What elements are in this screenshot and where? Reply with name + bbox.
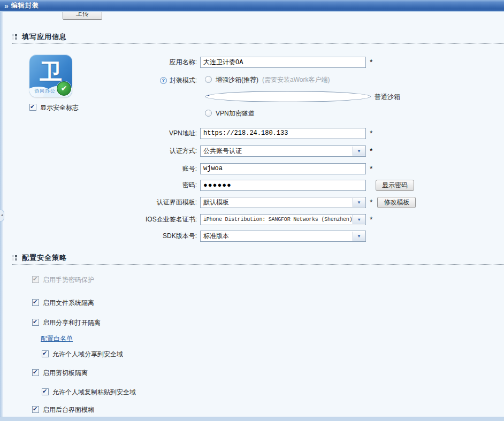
clipboard-isolation-checkbox[interactable] (32, 369, 39, 376)
file-isolation-label: 启用文件系统隔离 (43, 299, 94, 307)
gesture-password-label: 启用手势密码保护 (43, 276, 94, 284)
auth-mode-value: 公共账号认证 (203, 147, 242, 155)
auth-mode-label: 认证方式: (0, 147, 200, 156)
allow-personal-paste-label: 允许个人域复制粘贴到安全域 (52, 388, 136, 396)
package-mode-label: 封装模式: (170, 76, 197, 85)
section-grid-icon (12, 34, 18, 40)
modify-template-button[interactable]: 修改模板 (377, 197, 416, 208)
share-open-isolation-label: 启用分享和打开隔离 (43, 319, 101, 326)
file-isolation-checkbox[interactable] (32, 299, 39, 306)
configure-whitelist-link[interactable]: 配置白名单 (41, 334, 73, 343)
ios-cert-select[interactable]: iPhone Distribution: SANGFOR Networks (S… (200, 214, 366, 225)
show-security-badge-label: 显示安全标志 (40, 104, 79, 111)
app-name-input[interactable] (200, 57, 366, 68)
show-password-button[interactable]: 显示密码 (376, 180, 414, 191)
auth-template-value: 默认模板 (203, 198, 229, 206)
sdk-version-select[interactable]: 标准版本 ▼ (200, 231, 366, 242)
clipboard-isolation-label: 启用剪切板隔离 (43, 369, 88, 377)
required-asterisk: * (370, 197, 372, 208)
mode-enhanced-sandbox-radio[interactable] (205, 76, 212, 83)
allow-personal-share-label: 允许个人域分享到安全域 (52, 350, 123, 358)
edit-package-page: 上传 » 编辑封装 ◂ 填写应用信息 卫 协同办公 ✔ 显示安全标志 应用名称:… (0, 0, 504, 421)
required-asterisk: * (370, 128, 372, 139)
background-blur-label: 启用后台界面模糊 (43, 406, 94, 414)
show-security-badge-checkbox[interactable] (29, 104, 36, 111)
password-label: 密码: (0, 181, 200, 190)
section-title-security-policy: 配置安全策略 (22, 253, 67, 263)
auth-template-select[interactable]: 默认模板 ▼ (200, 197, 366, 208)
collapse-panel-arrow-icon[interactable]: ◂ (0, 210, 4, 221)
dropdown-arrow-icon[interactable]: ▼ (353, 147, 365, 156)
password-input[interactable] (200, 180, 366, 191)
dropdown-arrow-icon[interactable]: ▼ (353, 232, 365, 241)
required-asterisk: * (370, 57, 372, 68)
ios-cert-value: iPhone Distribution: SANGFOR Networks (S… (203, 217, 352, 223)
required-asterisk: * (370, 146, 372, 157)
ios-cert-label: IOS企业签名证书: (0, 215, 200, 224)
sdk-version-label: SDK版本号: (0, 232, 200, 241)
mode-normal-sandbox-radio[interactable] (205, 91, 371, 102)
breadcrumb-chevrons-icon: » (4, 1, 9, 11)
section-header-security-policy: 配置安全策略 (12, 251, 504, 265)
mode-vpn-tunnel-radio[interactable] (205, 110, 212, 117)
gesture-password-checkbox (32, 276, 39, 283)
share-open-isolation-checkbox[interactable] (32, 319, 39, 326)
account-label: 账号: (0, 164, 200, 173)
vpn-address-input[interactable] (200, 128, 366, 139)
required-asterisk: * (370, 163, 372, 174)
section-grid-icon (12, 255, 18, 261)
auth-mode-select[interactable]: 公共账号认证 ▼ (200, 146, 366, 157)
required-asterisk: * (370, 214, 372, 225)
section-title-app-info: 填写应用信息 (22, 32, 67, 42)
page-header: » 编辑封装 (0, 0, 504, 12)
mode-enhanced-sandbox-label: 增强沙箱(推荐) (216, 76, 258, 83)
background-blur-checkbox[interactable] (32, 406, 39, 413)
mode-enhanced-sandbox-note: (需要安装aWork客户端) (262, 76, 330, 83)
mode-normal-sandbox-label: 普通沙箱 (375, 93, 400, 101)
horizontal-scrollbar[interactable] (0, 417, 504, 421)
allow-personal-share-checkbox[interactable] (42, 350, 49, 357)
app-name-label: 应用名称: (0, 58, 200, 67)
mode-vpn-tunnel-label: VPN加密隧道 (216, 110, 255, 117)
account-input[interactable] (200, 163, 366, 174)
app-icon-caption: 协同办公 (34, 88, 56, 95)
help-icon[interactable]: ? (160, 77, 167, 84)
dropdown-arrow-icon[interactable]: ▼ (353, 215, 365, 224)
section-header-app-info: 填写应用信息 (12, 30, 504, 44)
dropdown-arrow-icon[interactable]: ▼ (353, 198, 365, 207)
page-title: 编辑封装 (11, 1, 39, 10)
auth-template-label: 认证界面模板: (0, 198, 200, 207)
allow-personal-paste-checkbox[interactable] (42, 388, 49, 395)
vpn-address-label: VPN地址: (0, 129, 200, 138)
sdk-version-value: 标准版本 (203, 232, 229, 240)
